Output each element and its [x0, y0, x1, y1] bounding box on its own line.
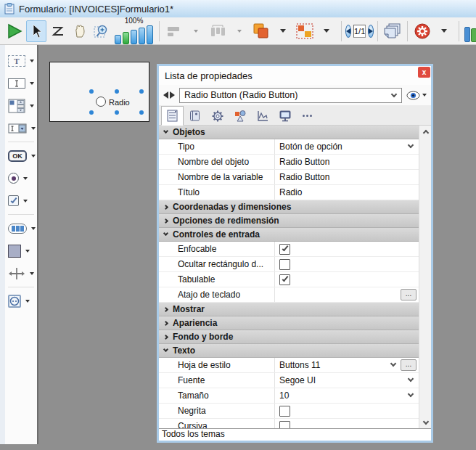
align-dropdown[interactable] [186, 20, 206, 42]
zoom-level-widget[interactable]: 100% [115, 17, 153, 44]
form-properties-button[interactable] [412, 20, 432, 42]
property-value-cell[interactable]: Botón de opción [275, 139, 419, 154]
object-selector-dropdown[interactable]: Radio Button (Radio Button) [179, 88, 402, 103]
section-title: Coordenadas y dimensiones [173, 202, 291, 212]
checkbox[interactable] [279, 244, 290, 255]
selection-handle[interactable] [89, 110, 94, 115]
close-button[interactable]: x [418, 67, 430, 78]
property-value-cell[interactable]: Radio Button [275, 155, 419, 169]
section-header-7[interactable]: Texto [159, 344, 419, 358]
checkbox[interactable] [279, 421, 290, 429]
tab-more[interactable] [296, 107, 319, 125]
group-button[interactable] [295, 20, 315, 42]
selection-handle[interactable] [139, 110, 144, 115]
section-header-1[interactable]: Coordenadas y dimensiones [159, 200, 419, 214]
property-row: Ocultar rectángulo d... [159, 257, 419, 272]
property-value-cell[interactable]: 10 [275, 388, 419, 403]
palette-checkbox-tool[interactable] [5, 189, 37, 212]
previous-page-button[interactable] [345, 25, 351, 38]
next-page-button[interactable] [368, 25, 374, 38]
pages-manager-button[interactable] [382, 20, 403, 42]
previous-object-button[interactable] [163, 91, 168, 99]
section-header-4[interactable]: Mostrar [159, 303, 419, 316]
distribute-dropdown[interactable] [229, 20, 250, 42]
selection-handle[interactable] [115, 110, 119, 115]
radio-button-widget[interactable]: Radio [91, 91, 143, 115]
theme-status-bar[interactable]: Todos los temas [159, 428, 431, 441]
property-value-cell[interactable]: Buttons 11... [275, 358, 419, 372]
section-header-2[interactable]: Opciones de redimensión [159, 214, 419, 228]
zoom-level-label: 100% [125, 17, 144, 25]
ellipsis-icon [303, 115, 312, 117]
selection-handle[interactable] [139, 89, 144, 94]
page-indicator-field[interactable]: 1/1 [353, 25, 366, 38]
distribute-button[interactable] [208, 20, 228, 42]
palette-listbox-tool[interactable] [5, 94, 37, 117]
property-value-cell[interactable]: Radio Button [275, 170, 419, 184]
palette-plugin-tool[interactable] [5, 290, 37, 312]
ellipsis-button[interactable]: ... [401, 359, 416, 371]
zoom-bar-3[interactable] [131, 30, 137, 44]
group-dropdown[interactable] [316, 20, 337, 42]
zoom-bar-1[interactable] [115, 35, 121, 44]
property-value-cell[interactable] [275, 257, 419, 271]
section-header-5[interactable]: Apariencia [159, 316, 419, 330]
property-list-titlebar[interactable]: Lista de propiedades x [159, 66, 431, 85]
palette-input-tool[interactable] [5, 72, 37, 94]
next-object-button[interactable] [170, 91, 175, 99]
selection-handle[interactable] [115, 89, 119, 94]
section-header-0[interactable]: Objetos [159, 126, 419, 139]
property-value-cell[interactable] [275, 242, 419, 256]
palette-button-tool[interactable]: OK [5, 144, 37, 167]
zoom-bar-5[interactable] [147, 25, 153, 44]
zoom-bar-current[interactable] [123, 32, 129, 44]
property-value-cell[interactable]: Segoe UI [275, 373, 419, 388]
checkbox[interactable] [279, 406, 290, 417]
section-header-3[interactable]: Controles de entrada [159, 228, 419, 242]
layer-order-dropdown[interactable] [273, 20, 293, 42]
button-bar-icon [8, 224, 27, 234]
order-entry-tool-button[interactable] [48, 20, 68, 42]
palette-text-tool[interactable]: T [5, 49, 37, 72]
execute-form-button[interactable] [4, 20, 25, 42]
property-value-cell[interactable]: ... [275, 287, 419, 302]
tab-objects[interactable] [229, 107, 251, 125]
scroll-up-button[interactable] [419, 126, 431, 137]
palette-buttonbar-tool[interactable] [5, 217, 37, 240]
section-title: Mostrar [173, 304, 205, 314]
palette-rectangle-tool[interactable] [5, 240, 37, 262]
checkbox[interactable] [279, 274, 290, 285]
palette-radio-tool[interactable] [5, 167, 37, 189]
tab-book[interactable] [184, 107, 206, 125]
library-button[interactable] [464, 20, 476, 42]
checkbox[interactable] [279, 259, 290, 270]
property-value-cell[interactable] [275, 419, 419, 428]
property-value-cell[interactable] [275, 404, 419, 418]
chevron-right-icon [163, 306, 168, 311]
zoom-tool-button[interactable] [91, 20, 112, 42]
tab-display[interactable] [274, 107, 296, 125]
form-area[interactable]: Radio [49, 62, 149, 122]
chevron-right-icon [163, 218, 168, 223]
pan-tool-button[interactable] [70, 20, 90, 42]
form-properties-dropdown[interactable] [434, 20, 454, 42]
visibility-menu-button[interactable] [406, 91, 427, 100]
property-value: Botón de opción [279, 142, 342, 152]
select-tool-button[interactable] [26, 20, 46, 42]
tab-settings[interactable] [206, 107, 229, 125]
palette-splitter-tool[interactable] [5, 262, 37, 285]
property-value-cell[interactable] [275, 272, 419, 287]
zoom-bar-4[interactable] [139, 28, 145, 44]
tab-property-list[interactable] [161, 106, 184, 126]
move-to-front-button[interactable] [251, 20, 271, 42]
tab-chart[interactable] [251, 107, 274, 125]
selection-handle[interactable] [89, 89, 94, 94]
ellipsis-button[interactable]: ... [401, 289, 416, 300]
vertical-scrollbar[interactable] [419, 126, 431, 428]
section-header-6[interactable]: Fondo y borde [159, 330, 419, 344]
scroll-down-button[interactable] [419, 417, 431, 428]
property-value-cell[interactable]: Radio [275, 185, 419, 200]
align-button[interactable] [164, 20, 184, 42]
zoom-bars[interactable] [115, 25, 153, 44]
palette-combobox-tool[interactable] [5, 117, 37, 139]
